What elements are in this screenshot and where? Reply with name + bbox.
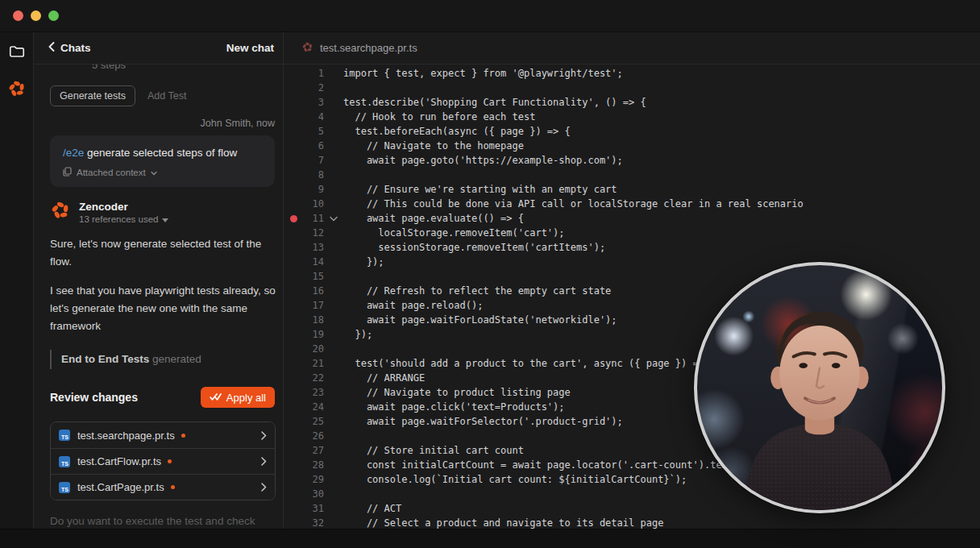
- breakpoint-gutter[interactable]: [284, 143, 303, 150]
- breakpoint-gutter[interactable]: [284, 462, 303, 469]
- fold-gutter[interactable]: [324, 71, 343, 77]
- double-check-icon: [210, 392, 222, 404]
- fold-gutter[interactable]: [324, 332, 343, 338]
- fold-gutter[interactable]: [324, 477, 343, 483]
- fold-gutter[interactable]: [324, 274, 343, 280]
- modified-dot: [168, 459, 172, 463]
- fold-gutter[interactable]: [324, 434, 343, 439]
- zencoder-sidebar-icon[interactable]: [7, 79, 27, 98]
- breakpoint-gutter[interactable]: [284, 186, 303, 193]
- minimize-window-button[interactable]: [31, 10, 41, 21]
- add-test-button[interactable]: Add Test: [147, 90, 186, 102]
- fold-gutter[interactable]: [324, 376, 343, 381]
- generate-tests-button[interactable]: Generate tests: [50, 85, 135, 106]
- window-bottom-strip: [0, 529, 980, 548]
- code-text: // Hook to run before each test: [343, 111, 535, 122]
- breakpoint-gutter[interactable]: [284, 259, 303, 266]
- breakpoint-gutter[interactable]: [284, 520, 303, 527]
- back-to-chats-button[interactable]: Chats: [48, 42, 91, 54]
- breakpoint-gutter[interactable]: [284, 433, 303, 440]
- breakpoint-gutter[interactable]: [284, 476, 303, 484]
- references-used-toggle[interactable]: 13 references used: [79, 214, 168, 224]
- fold-gutter[interactable]: [324, 506, 343, 512]
- fold-gutter[interactable]: [324, 521, 343, 526]
- breakpoint-gutter[interactable]: [284, 404, 303, 411]
- chevron-down-icon: [151, 168, 157, 177]
- editor-tab[interactable]: test.searchpage.pr.ts: [301, 41, 417, 56]
- attached-context-toggle[interactable]: Attached context: [63, 167, 262, 178]
- breakpoint-gutter[interactable]: [284, 331, 303, 338]
- breakpoint-gutter[interactable]: [284, 70, 303, 77]
- changed-file-row[interactable]: TS test.CartFlow.pr.ts: [51, 448, 275, 474]
- breakpoint-gutter[interactable]: [284, 201, 303, 208]
- breakpoint-gutter[interactable]: [284, 491, 303, 498]
- modified-dot: [181, 434, 185, 438]
- breakpoint-gutter[interactable]: [284, 215, 303, 222]
- chat-scroll-area[interactable]: 5 steps Generate tests Add Test John Smi…: [34, 64, 283, 529]
- line-number: 15: [303, 271, 324, 282]
- breakpoint-gutter[interactable]: [284, 273, 303, 280]
- line-number: 10: [303, 198, 324, 210]
- breakpoint-gutter[interactable]: [284, 317, 303, 324]
- fold-gutter[interactable]: [324, 114, 343, 120]
- fold-gutter[interactable]: [324, 201, 343, 207]
- fold-gutter[interactable]: [324, 129, 343, 135]
- code-text: });: [343, 329, 372, 340]
- breakpoint-gutter[interactable]: [284, 447, 303, 455]
- line-number: 14: [303, 256, 324, 268]
- fold-gutter[interactable]: [324, 448, 343, 454]
- fold-gutter[interactable]: [324, 361, 343, 367]
- chat-panel-header: Chats New chat: [34, 32, 283, 64]
- breakpoint-gutter[interactable]: [284, 157, 303, 164]
- breakpoint-gutter[interactable]: [284, 360, 303, 367]
- explorer-folder-icon[interactable]: [7, 42, 27, 61]
- fold-gutter[interactable]: [324, 463, 343, 468]
- breakpoint-gutter[interactable]: [284, 128, 303, 135]
- clipped-scroll-text: 5 steps: [92, 64, 275, 72]
- breakpoint-gutter[interactable]: [284, 418, 303, 426]
- close-window-button[interactable]: [13, 10, 23, 21]
- fold-gutter[interactable]: [324, 289, 343, 294]
- changed-file-row[interactable]: TS test.searchpage.pr.ts: [51, 422, 275, 448]
- modified-dot: [171, 485, 175, 489]
- fold-gutter[interactable]: [324, 143, 343, 149]
- code-line: 5 test.beforeEach(async ({ page }) => {: [284, 124, 980, 139]
- breakpoint-gutter[interactable]: [284, 99, 303, 106]
- file-name: test.searchpage.pr.ts: [77, 430, 175, 442]
- breakpoint-gutter[interactable]: [284, 389, 303, 396]
- fold-gutter[interactable]: [324, 230, 343, 236]
- changed-files-list: TS test.searchpage.pr.ts TS test.CartFlo…: [50, 421, 276, 500]
- breakpoint-gutter[interactable]: [284, 288, 303, 295]
- code-text: });: [343, 256, 384, 268]
- fold-gutter[interactable]: [324, 405, 343, 410]
- zoom-window-button[interactable]: [48, 10, 59, 21]
- breakpoint-gutter[interactable]: [284, 346, 303, 353]
- fold-gutter[interactable]: [324, 492, 343, 497]
- webcam-overlay[interactable]: [694, 262, 945, 513]
- changed-file-row[interactable]: TS test.CartPage.pr.ts: [51, 474, 275, 500]
- breakpoint-gutter[interactable]: [284, 85, 303, 92]
- breakpoint-gutter[interactable]: [284, 375, 303, 382]
- fold-gutter[interactable]: [324, 259, 343, 265]
- new-chat-button[interactable]: New chat: [226, 42, 274, 54]
- fold-gutter[interactable]: [324, 100, 343, 106]
- apply-all-button[interactable]: Apply all: [201, 387, 275, 408]
- fold-gutter[interactable]: [324, 245, 343, 251]
- code-text: test('should add a product to the cart',…: [343, 358, 716, 369]
- fold-gutter[interactable]: [324, 390, 343, 396]
- fold-gutter[interactable]: [324, 85, 343, 91]
- breakpoint-gutter[interactable]: [284, 244, 303, 251]
- fold-gutter[interactable]: [324, 158, 343, 164]
- fold-gutter[interactable]: [324, 216, 343, 222]
- breakpoint-gutter[interactable]: [284, 114, 303, 121]
- breakpoint-gutter[interactable]: [284, 172, 303, 179]
- breakpoint-gutter[interactable]: [284, 505, 303, 513]
- breakpoint-gutter[interactable]: [284, 302, 303, 309]
- fold-gutter[interactable]: [324, 172, 343, 178]
- fold-gutter[interactable]: [324, 187, 343, 193]
- fold-gutter[interactable]: [324, 419, 343, 425]
- breakpoint-gutter[interactable]: [284, 230, 303, 237]
- fold-gutter[interactable]: [324, 318, 343, 323]
- fold-gutter[interactable]: [324, 347, 343, 352]
- fold-gutter[interactable]: [324, 303, 343, 309]
